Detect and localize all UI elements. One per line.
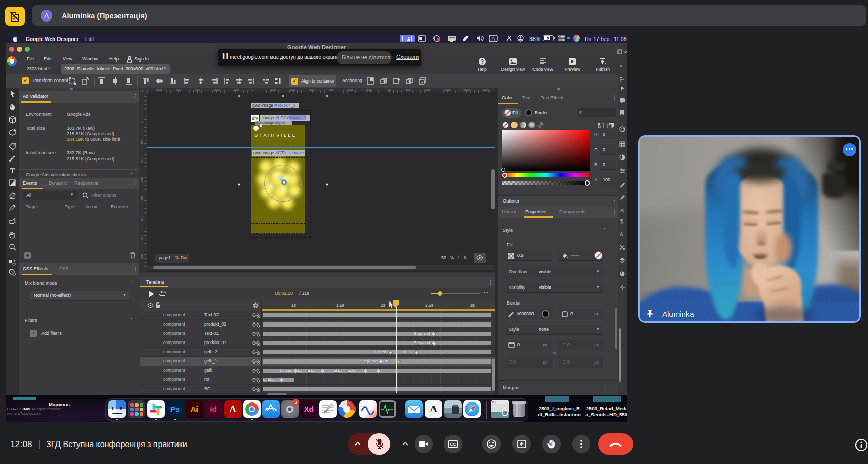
svg-text:?: ? bbox=[481, 59, 484, 65]
svg-text:T: T bbox=[10, 167, 15, 175]
svg-text:A: A bbox=[619, 231, 623, 237]
svg-text:A: A bbox=[491, 36, 495, 42]
svg-text:A|: A| bbox=[620, 208, 624, 213]
svg-text:¶: ¶ bbox=[620, 219, 623, 225]
svg-text:CC: CC bbox=[450, 442, 456, 447]
